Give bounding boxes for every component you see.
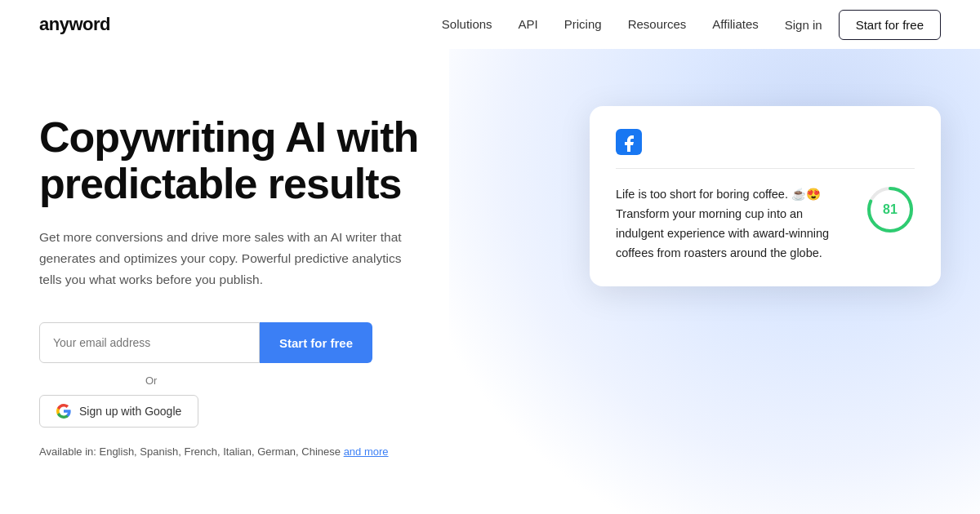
card-copy-text: Life is too short for boring coffee. ☕😍T… <box>616 185 853 264</box>
signin-link[interactable]: Sign in <box>785 18 822 32</box>
hero-left: Copywriting AI with predictable results … <box>39 98 480 458</box>
nav-solutions[interactable]: Solutions <box>442 17 492 31</box>
nav-links: Solutions API Pricing Resources Affiliat… <box>442 17 759 32</box>
navbar: anyword Solutions API Pricing Resources … <box>0 0 980 49</box>
hero-right: Life is too short for boring coffee. ☕😍T… <box>513 98 941 286</box>
brand-logo[interactable]: anyword <box>39 14 110 35</box>
available-label: Available in: English, Spanish, French, … <box>39 445 341 458</box>
nav-resources[interactable]: Resources <box>628 17 687 31</box>
google-signup-button[interactable]: Sign up with Google <box>39 395 198 428</box>
card-content: Life is too short for boring coffee. ☕😍T… <box>616 185 915 264</box>
demo-card: Life is too short for boring coffee. ☕😍T… <box>590 106 941 286</box>
available-more-link[interactable]: and more <box>344 445 389 458</box>
available-languages: Available in: English, Spanish, French, … <box>39 445 480 458</box>
facebook-icon <box>616 129 642 155</box>
hero-subtitle: Get more conversions and drive more sale… <box>39 227 415 290</box>
main-content: Copywriting AI with predictable results … <box>0 49 980 458</box>
score-circle: 81 <box>866 185 915 234</box>
google-icon <box>56 404 71 419</box>
google-btn-label: Sign up with Google <box>79 405 181 418</box>
email-form: Start for free <box>39 322 480 363</box>
nav-affiliates[interactable]: Affiliates <box>712 17 758 31</box>
nav-pricing[interactable]: Pricing <box>564 17 602 31</box>
card-divider <box>616 168 915 169</box>
score-value: 81 <box>883 202 898 217</box>
nav-start-free-button[interactable]: Start for free <box>839 10 941 40</box>
nav-api[interactable]: API <box>519 17 538 31</box>
email-input[interactable] <box>39 322 260 363</box>
or-divider: Or <box>145 374 480 387</box>
start-free-button[interactable]: Start for free <box>260 322 372 363</box>
hero-title: Copywriting AI with predictable results <box>39 114 480 207</box>
card-platform <box>616 129 915 155</box>
